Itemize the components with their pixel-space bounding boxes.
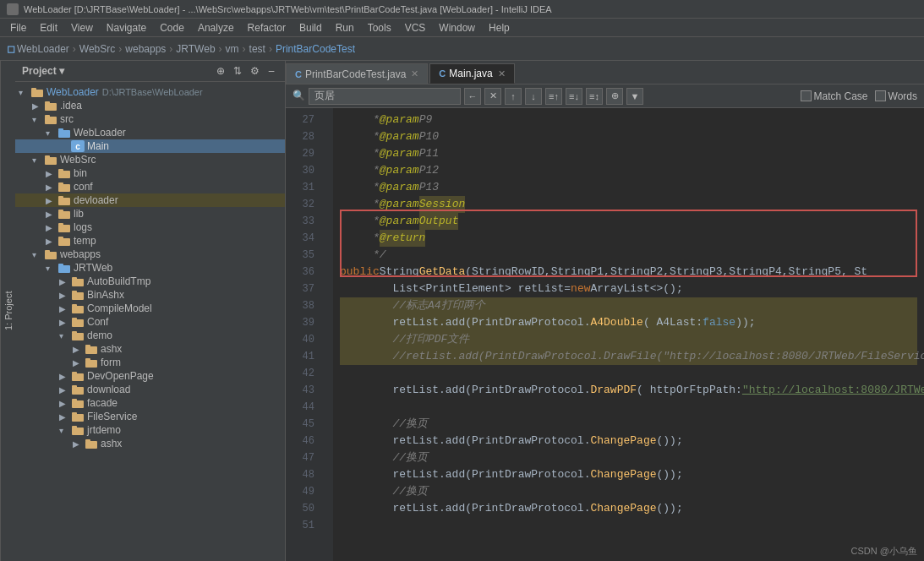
menu-vcs[interactable]: VCS (398, 20, 433, 35)
breadcrumb: ◻ WebLoader › WebSrc › webapps › JRTWeb … (0, 37, 924, 61)
bc-file[interactable]: PrintBarCodeTest (276, 43, 355, 55)
tab-bar: C PrintBarCodeTest.java ✕ C Main.java ✕ (286, 61, 924, 84)
tab-close-1[interactable]: ✕ (411, 68, 418, 79)
tree-item-binashx[interactable]: ▶ BinAshx (15, 288, 285, 302)
bc-test[interactable]: test (249, 43, 265, 55)
svg-rect-41 (72, 372, 77, 374)
tab-printbarcodetest[interactable]: C PrintBarCodeTest.java ✕ (286, 63, 428, 84)
tab-close-2[interactable]: ✕ (498, 68, 506, 79)
label-conf: conf (74, 181, 93, 193)
tab-file-icon-2: C (439, 68, 446, 79)
words-option[interactable]: Words (875, 90, 917, 102)
settings-icon[interactable]: ⚙ (248, 64, 261, 78)
menu-help[interactable]: Help (482, 20, 517, 35)
code-line-40: //打印PDF文件 (340, 331, 917, 348)
menu-edit[interactable]: Edit (33, 20, 64, 35)
tree-item-facade[interactable]: ▶ facade (15, 396, 285, 410)
filter-btn2[interactable]: ≡↓ (566, 88, 582, 105)
bc-websrc[interactable]: WebSrc (79, 43, 115, 55)
label-conf-jrtweb: Conf (87, 316, 108, 328)
tree-item-download[interactable]: ▶ download (15, 383, 285, 396)
sidebar-actions: ⊕ ⇅ ⚙ – (214, 64, 278, 78)
menu-refactor[interactable]: Refactor (241, 20, 293, 35)
svg-rect-45 (72, 399, 77, 401)
words-checkbox[interactable] (875, 90, 886, 101)
tree-item-src[interactable]: ▾ src (15, 112, 285, 126)
tree-item-fileservice[interactable]: ▶ FileService (15, 410, 285, 423)
tree-item-conf-jrtweb[interactable]: ▶ Conf (15, 315, 285, 329)
add-icon[interactable]: ⊕ (214, 64, 227, 78)
sort-icon[interactable]: ⇅ (231, 64, 244, 78)
tree-item-temp[interactable]: ▶ temp (15, 234, 285, 248)
tree-item-websrc[interactable]: ▾ WebSrc (15, 153, 285, 166)
bc-webapps[interactable]: webapps (125, 43, 166, 55)
nav-back-btn[interactable]: ← (464, 88, 481, 105)
tab-main[interactable]: C Main.java ✕ (429, 63, 514, 84)
filter-btn1[interactable]: ≡↑ (545, 88, 562, 105)
svg-rect-12 (58, 184, 70, 192)
tree-item-webloader-root[interactable]: ▾ WebLoader D:\JRTBase\WebLoader (15, 85, 285, 99)
code-line-49: //换页 (340, 483, 917, 500)
menu-code[interactable]: Code (153, 20, 191, 35)
tree-item-demo[interactable]: ▾ demo (15, 329, 285, 342)
filter-btn3[interactable]: ≡↕ (586, 88, 603, 105)
nav-close-btn[interactable]: ✕ (484, 88, 501, 105)
svg-rect-34 (72, 333, 84, 340)
tree-item-ashx-jrtdemo[interactable]: ▶ ashx (15, 437, 285, 450)
label-download: download (87, 384, 130, 395)
tree-item-idea[interactable]: ▶ .idea (15, 99, 285, 112)
tree-item-devopenpage[interactable]: ▶ DevOpenPage (15, 369, 285, 383)
bc-vm[interactable]: vm (226, 43, 239, 55)
svg-rect-14 (58, 198, 70, 205)
tree-item-main[interactable]: c Main (15, 139, 285, 153)
label-ashx-demo: ashx (101, 343, 122, 355)
code-line-27: * @param P9 (340, 112, 917, 128)
sidebar-title: Project ▾ (22, 65, 214, 77)
match-case-option[interactable]: Match Case (801, 90, 868, 102)
tree-item-lib[interactable]: ▶ lib (15, 207, 285, 221)
tree-item-webloader-src[interactable]: ▾ WebLoader (15, 126, 285, 139)
line-numbers: 27 28 29 30 31 32 33 34 35 36 37 38 39 4… (286, 108, 320, 561)
code-line-36: public String GetData(String RowID, Stri… (340, 264, 917, 280)
menu-file[interactable]: File (3, 20, 33, 35)
svg-rect-13 (58, 182, 63, 185)
svg-rect-15 (58, 196, 63, 199)
filter-options-btn[interactable]: ▼ (626, 88, 643, 105)
code-content[interactable]: * @param P9 * @param P10 * @param P11 * … (333, 108, 924, 561)
menu-analyze[interactable]: Analyze (191, 20, 241, 35)
match-case-checkbox[interactable] (801, 90, 812, 101)
menu-navigate[interactable]: Navigate (100, 20, 153, 35)
code-line-46: retList.add(PrintDrawProtocol.ChangePage… (340, 433, 917, 449)
tree-item-jrtweb[interactable]: ▾ JRTWeb (15, 261, 285, 275)
bc-jrtweb[interactable]: JRTWeb (176, 43, 215, 55)
code-line-45: //换页 (340, 416, 917, 433)
label-webapps: webapps (60, 248, 101, 260)
tree-item-conf[interactable]: ▶ conf (15, 180, 285, 193)
tree-item-devloader[interactable]: ▶ devloader (15, 193, 285, 207)
menu-run[interactable]: Run (329, 20, 361, 35)
tree-item-logs[interactable]: ▶ logs (15, 221, 285, 234)
nav-down-btn[interactable]: ↓ (525, 88, 542, 105)
project-panel-label[interactable]: 1: Project (0, 61, 15, 561)
nav-up-btn[interactable]: ↑ (505, 88, 522, 105)
menu-view[interactable]: View (64, 20, 100, 35)
search-input[interactable] (309, 88, 461, 105)
tree-item-form[interactable]: ▶ form (15, 356, 285, 369)
tree-item-bin[interactable]: ▶ bin (15, 166, 285, 180)
code-line-42 (340, 365, 917, 382)
tab-label-2: Main.java (449, 68, 492, 79)
menu-tools[interactable]: Tools (361, 20, 398, 35)
tree-item-compilemodel[interactable]: ▶ CompileModel (15, 302, 285, 315)
menu-window[interactable]: Window (432, 20, 482, 35)
menu-build[interactable]: Build (293, 20, 329, 35)
label-temp: temp (74, 235, 96, 247)
tab-label-1: PrintBarCodeTest.java (305, 68, 406, 80)
filter-btn4[interactable]: ⊕ (606, 88, 623, 105)
tree-item-webapps[interactable]: ▾ webapps (15, 248, 285, 261)
bc-webloader[interactable]: WebLoader (17, 43, 69, 55)
minimize-icon[interactable]: – (265, 64, 278, 78)
tree-item-autobuildtmp[interactable]: ▶ AutoBuildTmp (15, 275, 285, 288)
tree-item-ashx-demo[interactable]: ▶ ashx (15, 342, 285, 356)
tree-item-jrtdemo[interactable]: ▾ jrtdemo (15, 423, 285, 437)
search-options: Match Case Words (801, 90, 917, 102)
